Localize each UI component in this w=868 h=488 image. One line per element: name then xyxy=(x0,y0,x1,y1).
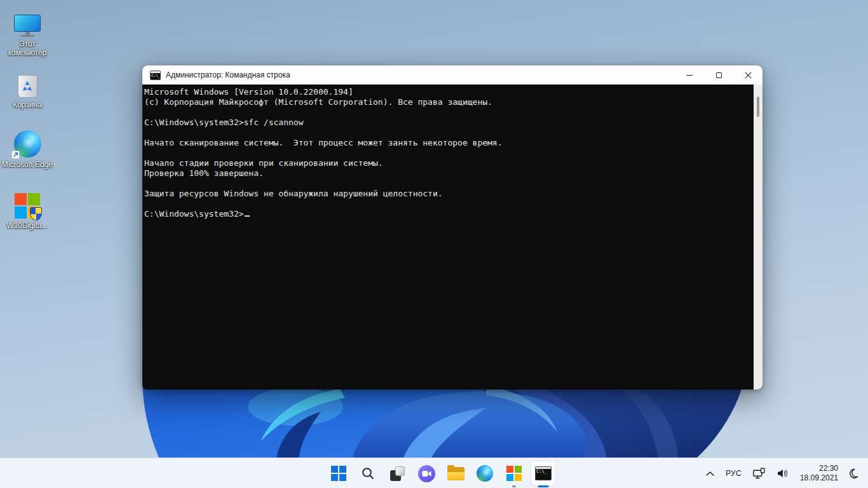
cmd-icon: C:\_ xyxy=(150,71,161,80)
shortcut-arrow-icon xyxy=(11,151,20,159)
console-line xyxy=(144,199,752,209)
file-explorer-button[interactable] xyxy=(443,461,468,486)
console-area[interactable]: Microsoft Windows [Version 10.0.22000.19… xyxy=(142,85,763,390)
uac-shield-icon xyxy=(30,207,42,220)
console-line: Microsoft Windows [Version 10.0.22000.19… xyxy=(144,87,752,97)
console-scrollbar[interactable] xyxy=(754,85,763,390)
desktop-icon-recycle-bin[interactable]: Корзина xyxy=(1,67,53,109)
scrollbar-thumb[interactable] xyxy=(757,97,759,117)
console-line: Проверка 100% завершена. xyxy=(144,168,752,179)
cmd-icon: C:\_ xyxy=(535,466,552,480)
console-line: Начало стадии проверки при сканировании … xyxy=(144,158,752,168)
hidden-icons-button[interactable] xyxy=(702,462,718,485)
wallpaper-bloom-flower xyxy=(130,381,750,458)
close-icon xyxy=(745,72,752,79)
maximize-icon xyxy=(716,72,722,78)
desktop-icon-label: Корзина xyxy=(13,100,42,109)
close-button[interactable] xyxy=(733,65,763,85)
volume-button[interactable] xyxy=(773,462,792,485)
console-line xyxy=(144,107,752,118)
console-line: Начато сканирование системы. Этот процес… xyxy=(144,138,752,148)
tray-date: 18.09.2021 xyxy=(800,473,838,483)
recycle-bin-icon xyxy=(18,75,37,98)
maximize-button[interactable] xyxy=(704,65,733,85)
command-prompt-window: C:\_ Администратор: Командная строка Mic… xyxy=(142,65,763,390)
console-prompt-line: C:\Windows\system32> xyxy=(144,209,752,219)
ms-colored-logo-icon xyxy=(506,466,522,481)
edge-icon xyxy=(477,465,493,482)
active-window-indicator xyxy=(538,485,549,487)
this-pc-icon xyxy=(14,15,41,37)
command-prompt-taskbar-button[interactable]: C:\_ xyxy=(531,461,556,486)
network-button[interactable] xyxy=(749,462,769,485)
chat-button[interactable] xyxy=(414,461,439,486)
focus-assist-button[interactable] xyxy=(846,462,863,485)
desktop-icon-label: Microsoft Edge xyxy=(2,160,53,169)
desktop-icon-w10digital[interactable]: W10Digita... xyxy=(1,188,53,230)
window-title: Администратор: Командная строка xyxy=(166,71,290,79)
console-line xyxy=(144,179,752,189)
speaker-volume-icon xyxy=(776,468,789,478)
windows-start-icon xyxy=(331,466,346,481)
search-icon xyxy=(361,466,375,480)
task-view-icon xyxy=(390,466,405,481)
desktop-icon-label: W10Digita... xyxy=(6,221,48,230)
desktop-icon-microsoft-edge[interactable]: Microsoft Edge xyxy=(1,127,53,169)
console-line xyxy=(144,128,752,138)
windows-colored-logo-icon xyxy=(15,193,40,219)
file-explorer-icon xyxy=(447,467,465,480)
edge-icon xyxy=(14,130,41,158)
text-cursor xyxy=(245,215,250,217)
desktop-wallpaper: Этот компьютер Корзина Microsoft Edge xyxy=(0,0,868,488)
network-ethernet-icon xyxy=(752,468,766,480)
taskbar-center-icons: C:\_ xyxy=(326,461,556,486)
minimize-button[interactable] xyxy=(675,65,704,85)
chevron-up-icon xyxy=(705,471,715,477)
desktop-icon-label: Этот компьютер xyxy=(1,39,53,57)
console-line: C:\Windows\system32>sfc /scannow xyxy=(144,118,752,128)
console-line: Защита ресурсов Windows не обнаружила на… xyxy=(144,189,752,199)
desktop-icon-this-pc[interactable]: Этот компьютер xyxy=(1,6,53,57)
w10digital-running-button[interactable] xyxy=(501,461,527,486)
console-line: (c) Корпорация Майкрософт (Microsoft Cor… xyxy=(144,97,752,107)
window-titlebar[interactable]: C:\_ Администратор: Командная строка xyxy=(142,65,763,85)
minimize-icon xyxy=(686,75,693,76)
chat-teams-icon xyxy=(418,465,435,482)
console-line xyxy=(144,148,752,158)
taskbar: C:\_ РУС xyxy=(0,458,868,488)
system-tray: РУС 22:30 18.09. xyxy=(702,458,863,488)
search-button[interactable] xyxy=(355,461,381,486)
clock-button[interactable]: 22:30 18.09.2021 xyxy=(797,462,841,485)
tray-time: 22:30 xyxy=(800,464,838,473)
language-indicator[interactable]: РУС xyxy=(722,462,745,485)
start-button[interactable] xyxy=(326,461,351,486)
edge-button[interactable] xyxy=(472,461,498,486)
running-indicator xyxy=(512,485,516,487)
task-view-button[interactable] xyxy=(384,461,410,486)
console-output: Microsoft Windows [Version 10.0.22000.19… xyxy=(144,87,752,219)
moon-icon xyxy=(849,468,860,479)
